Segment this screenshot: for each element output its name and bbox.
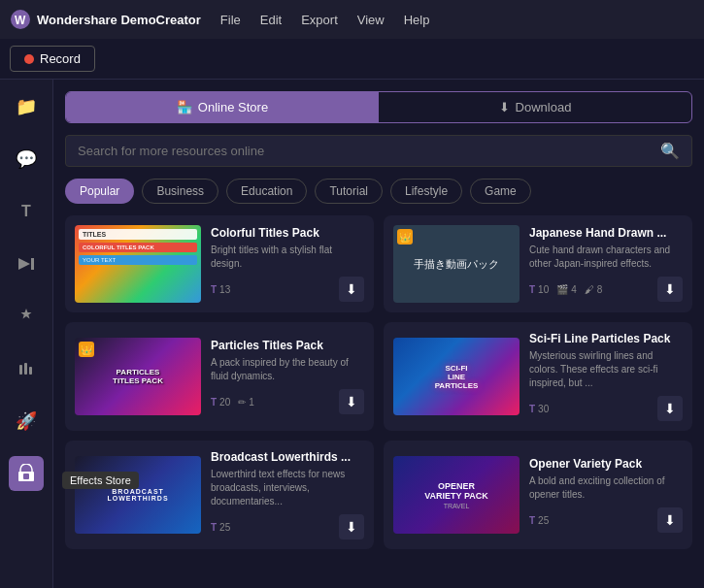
tab-download[interactable]: ⬇ Download bbox=[379, 92, 691, 122]
effect-stats-6: T 25 bbox=[529, 515, 549, 526]
svg-rect-8 bbox=[23, 474, 29, 479]
menu-help[interactable]: Help bbox=[404, 13, 430, 27]
download-btn-5[interactable]: ⬇ bbox=[339, 514, 364, 539]
effect-desc-1: Bright titles with a stylish flat design… bbox=[211, 244, 364, 271]
effect-desc-2: Cute hand drawn characters and other Jap… bbox=[529, 244, 683, 271]
cat-tab-game[interactable]: Game bbox=[470, 179, 531, 204]
app-logo-icon: W bbox=[10, 9, 31, 30]
online-store-icon: 🏪 bbox=[177, 100, 192, 114]
stat-t-4: T 30 bbox=[529, 404, 549, 414]
effect-card-1[interactable]: TITLES COLORFUL TITLES PACK YOUR TEXT Co… bbox=[65, 215, 374, 312]
effect-info-6: Opener Variety Pack A bold and exciting … bbox=[529, 457, 683, 533]
effect-footer-1: T 13 ⬇ bbox=[211, 277, 364, 302]
search-icon[interactable]: 🔍 bbox=[660, 142, 680, 160]
record-bar: Record bbox=[0, 39, 704, 80]
cat-tab-popular[interactable]: Popular bbox=[65, 179, 134, 204]
effect-info-3: Particles Titles Pack A pack inspired by… bbox=[211, 339, 364, 414]
effects-grid: TITLES COLORFUL TITLES PACK YOUR TEXT Co… bbox=[65, 215, 692, 549]
tab-online-store[interactable]: 🏪 Online Store bbox=[66, 92, 379, 122]
effect-info-5: Broadcast Lowerthirds ... Lowerthird tex… bbox=[211, 450, 364, 539]
cat-tab-education[interactable]: Education bbox=[226, 179, 307, 204]
stat-t-6: T 25 bbox=[529, 515, 549, 526]
sidebar-item-rocket[interactable]: 🚀 bbox=[9, 404, 44, 439]
svg-rect-3 bbox=[31, 258, 34, 270]
sidebar-item-store[interactable]: Effects Store bbox=[9, 456, 44, 491]
download-btn-2[interactable]: ⬇ bbox=[657, 277, 683, 302]
effect-desc-6: A bold and exciting collection of opener… bbox=[529, 474, 683, 502]
effect-stats-3: T 20 ✏ 1 bbox=[211, 397, 254, 408]
effect-stats-1: T 13 bbox=[211, 284, 230, 295]
cat-tab-tutorial[interactable]: Tutorial bbox=[315, 179, 383, 204]
effect-info-1: Colorful Titles Pack Bright titles with … bbox=[211, 226, 364, 302]
search-bar: 🔍 bbox=[65, 135, 692, 167]
menu-edit[interactable]: Edit bbox=[260, 13, 282, 27]
effect-card-2[interactable]: 👑 手描き動画パック Japanese Hand Drawn ... Cute … bbox=[384, 215, 692, 312]
effect-thumb-6: OPENERVARIETY PACK TRAVEL bbox=[393, 456, 520, 534]
effect-stats-5: T 25 bbox=[211, 522, 230, 533]
svg-rect-6 bbox=[29, 367, 32, 375]
crown-badge-2: 👑 bbox=[397, 229, 413, 245]
effect-card-5[interactable]: BROADCASTLOWERTHIRDS Broadcast Lowerthir… bbox=[65, 441, 374, 549]
download-btn-4[interactable]: ⬇ bbox=[657, 396, 683, 421]
sidebar-item-text[interactable]: T bbox=[9, 194, 44, 229]
download-btn-1[interactable]: ⬇ bbox=[339, 277, 364, 302]
effect-title-4: Sci-Fi Line Particles Pack bbox=[529, 332, 683, 345]
effect-thumb-2: 👑 手描き動画パック bbox=[393, 225, 520, 303]
crown-badge-3: 👑 bbox=[79, 342, 94, 357]
cat-tab-business[interactable]: Business bbox=[142, 179, 218, 204]
stat-s-3: ✏ 1 bbox=[238, 397, 254, 408]
record-label: Record bbox=[40, 51, 81, 66]
svg-rect-5 bbox=[24, 363, 27, 375]
effect-footer-5: T 25 ⬇ bbox=[211, 514, 364, 539]
effect-thumb-3: 👑 PARTICLESTITLES PACK bbox=[75, 338, 201, 415]
sidebar-item-chat[interactable]: 💬 bbox=[9, 142, 44, 177]
svg-rect-4 bbox=[19, 365, 22, 375]
record-button[interactable]: Record bbox=[10, 46, 95, 72]
effect-stats-4: T 30 bbox=[529, 404, 549, 414]
effect-desc-3: A pack inspired by the beauty of fluid d… bbox=[211, 356, 364, 383]
effect-card-6[interactable]: OPENERVARIETY PACK TRAVEL Opener Variety… bbox=[384, 441, 692, 549]
sidebar-item-effects[interactable] bbox=[9, 299, 44, 334]
search-input[interactable] bbox=[78, 144, 660, 158]
effect-title-1: Colorful Titles Pack bbox=[211, 226, 364, 240]
svg-marker-2 bbox=[18, 258, 30, 270]
effect-footer-6: T 25 ⬇ bbox=[529, 507, 683, 533]
stat-v-2: 🎬 4 bbox=[556, 284, 577, 295]
effect-desc-4: Mysterious swirling lines and colors. Th… bbox=[529, 349, 683, 390]
effect-title-6: Opener Variety Pack bbox=[529, 457, 683, 471]
app-logo: W Wondershare DemoCreator bbox=[10, 9, 201, 30]
store-tabs: 🏪 Online Store ⬇ Download bbox=[65, 91, 692, 123]
effect-title-5: Broadcast Lowerthirds ... bbox=[211, 450, 364, 464]
menu-items: File Edit Export View Help bbox=[220, 13, 430, 27]
effect-card-4[interactable]: SCI-FILINEPARTICLES Sci-Fi Line Particle… bbox=[384, 322, 692, 431]
menu-export[interactable]: Export bbox=[301, 13, 338, 27]
stat-t-1: T 13 bbox=[211, 284, 230, 295]
menu-file[interactable]: File bbox=[220, 13, 241, 27]
category-tabs: Popular Business Education Tutorial Life… bbox=[65, 179, 692, 204]
download-icon: ⬇ bbox=[499, 100, 510, 114]
sidebar-item-folder[interactable]: 📁 bbox=[9, 89, 44, 124]
online-store-label: Online Store bbox=[198, 100, 268, 114]
effect-thumb-4: SCI-FILINEPARTICLES bbox=[393, 338, 520, 415]
download-btn-6[interactable]: ⬇ bbox=[657, 507, 683, 533]
effect-info-2: Japanese Hand Drawn ... Cute hand drawn … bbox=[529, 226, 683, 302]
effect-thumb-5: BROADCASTLOWERTHIRDS bbox=[75, 456, 201, 534]
effect-card-3[interactable]: 👑 PARTICLESTITLES PACK Particles Titles … bbox=[65, 322, 374, 431]
svg-text:W: W bbox=[15, 14, 26, 27]
cat-tab-lifestyle[interactable]: Lifestyle bbox=[390, 179, 462, 204]
menu-view[interactable]: View bbox=[357, 13, 385, 27]
effect-thumb-1: TITLES COLORFUL TITLES PACK YOUR TEXT bbox=[75, 225, 201, 303]
sidebar-item-audio[interactable] bbox=[9, 351, 44, 386]
effects-store-tooltip: Effects Store bbox=[62, 472, 139, 489]
stat-t-3: T 20 bbox=[211, 397, 230, 408]
effect-desc-5: Lowerthird text effects for news broadca… bbox=[211, 468, 364, 508]
sidebar-item-transitions[interactable] bbox=[9, 246, 44, 281]
app-name: Wondershare DemoCreator bbox=[37, 13, 201, 27]
effect-title-2: Japanese Hand Drawn ... bbox=[529, 226, 683, 240]
effect-footer-2: T 10 🎬 4 🖌 8 ⬇ bbox=[529, 277, 683, 302]
download-label: Download bbox=[516, 100, 572, 114]
download-btn-3[interactable]: ⬇ bbox=[339, 389, 364, 414]
content-area: 🏪 Online Store ⬇ Download 🔍 Popular Busi… bbox=[53, 80, 704, 588]
effect-stats-2: T 10 🎬 4 🖌 8 bbox=[529, 284, 602, 295]
sidebar: 📁 💬 T 🚀 bbox=[0, 80, 53, 588]
